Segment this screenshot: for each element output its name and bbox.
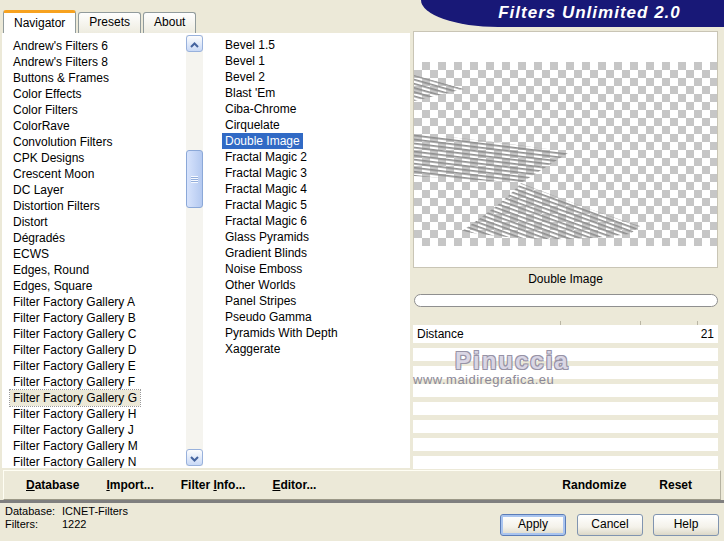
- cancel-button[interactable]: Cancel: [577, 514, 643, 536]
- scroll-down-icon: [190, 451, 199, 465]
- filter-item-label: Cirquelate: [222, 117, 283, 133]
- category-item-label: Color Filters: [10, 102, 81, 118]
- status-value: ICNET-Filters: [62, 505, 128, 518]
- toolbar-button[interactable]: Editor...: [272, 478, 316, 492]
- category-list: Andrew's Filters 6 Andrew's Filters 8 Bu…: [2, 38, 186, 468]
- filter-item-label: Bevel 1: [222, 53, 268, 69]
- category-item[interactable]: Filter Factory Gallery E: [2, 358, 186, 374]
- filter-item[interactable]: Bevel 1.5: [214, 37, 410, 53]
- empty-slider-row: [413, 348, 718, 361]
- category-item[interactable]: DC Layer: [2, 182, 186, 198]
- category-item-label: Crescent Moon: [10, 166, 97, 182]
- filter-item-label: Glass Pyramids: [222, 229, 312, 245]
- category-item[interactable]: Filter Factory Gallery M: [2, 438, 186, 454]
- category-item[interactable]: Filter Factory Gallery B: [2, 310, 186, 326]
- filter-item-label: Pyramids With Depth: [222, 325, 341, 341]
- tab-presets[interactable]: Presets: [78, 12, 141, 33]
- filter-item[interactable]: Bevel 1: [214, 53, 410, 69]
- category-scrollbar[interactable]: [186, 35, 203, 466]
- category-item-label: Filter Factory Gallery H: [10, 406, 139, 422]
- category-item[interactable]: Distortion Filters: [2, 198, 186, 214]
- empty-slider-row: [413, 366, 718, 379]
- distance-slider-value: 21: [701, 325, 718, 343]
- filter-item[interactable]: Fractal Magic 2: [214, 149, 410, 165]
- category-item[interactable]: Color Filters: [2, 102, 186, 118]
- scroll-up-button[interactable]: [186, 35, 203, 52]
- category-item[interactable]: Filter Factory Gallery C: [2, 326, 186, 342]
- filter-item[interactable]: Fractal Magic 3: [214, 165, 410, 181]
- filter-preview: [413, 31, 718, 268]
- category-item-label: ColorRave: [10, 118, 73, 134]
- category-item[interactable]: Convolution Filters: [2, 134, 186, 150]
- filter-item-label: Double Image: [222, 133, 303, 149]
- filter-item[interactable]: Pyramids With Depth: [214, 325, 410, 341]
- help-button[interactable]: Help: [653, 514, 719, 536]
- category-item[interactable]: Andrew's Filters 6: [2, 38, 186, 54]
- category-item[interactable]: Filter Factory Gallery H: [2, 406, 186, 422]
- empty-slider-row: [413, 420, 718, 433]
- apply-button[interactable]: Apply: [500, 514, 566, 536]
- category-item[interactable]: Filter Factory Gallery A: [2, 294, 186, 310]
- category-item[interactable]: ECWS: [2, 246, 186, 262]
- category-item[interactable]: Filter Factory Gallery J: [2, 422, 186, 438]
- filter-item[interactable]: Noise Emboss: [214, 261, 410, 277]
- app-title: Filters Unlimited 2.0: [498, 3, 681, 22]
- filter-item-label: Fractal Magic 5: [222, 197, 310, 213]
- empty-slider-row: [413, 402, 718, 415]
- toolbar-button[interactable]: Database: [26, 478, 79, 492]
- category-item-label: ECWS: [10, 246, 52, 262]
- category-item[interactable]: Filter Factory Gallery D: [2, 342, 186, 358]
- category-item[interactable]: Filter Factory Gallery F: [2, 374, 186, 390]
- filter-item[interactable]: Cirquelate: [214, 117, 410, 133]
- filter-item[interactable]: Pseudo Gamma: [214, 309, 410, 325]
- title-banner: Filters Unlimited 2.0: [421, 0, 724, 27]
- filter-item[interactable]: Other Worlds: [214, 277, 410, 293]
- category-item[interactable]: Distort: [2, 214, 186, 230]
- category-item[interactable]: Crescent Moon: [2, 166, 186, 182]
- category-item-label: Edges, Round: [10, 262, 92, 278]
- filter-item[interactable]: Bevel 2: [214, 69, 410, 85]
- category-item-label: Distort: [10, 214, 51, 230]
- scroll-down-button[interactable]: [186, 449, 203, 466]
- category-item[interactable]: Buttons & Frames: [2, 70, 186, 86]
- filter-item[interactable]: Gradient Blinds: [214, 245, 410, 261]
- toolbar-button[interactable]: Reset: [659, 478, 692, 492]
- tab-about[interactable]: About: [143, 12, 196, 33]
- filter-item[interactable]: Fractal Magic 5: [214, 197, 410, 213]
- category-item[interactable]: CPK Designs: [2, 150, 186, 166]
- category-item[interactable]: Filter Factory Gallery G: [2, 390, 186, 406]
- filter-item-label: Noise Emboss: [222, 261, 305, 277]
- toolbar-button[interactable]: Filter Info...: [181, 478, 246, 492]
- filter-item[interactable]: Panel Stripes: [214, 293, 410, 309]
- category-item[interactable]: Andrew's Filters 8: [2, 54, 186, 70]
- filter-item[interactable]: Ciba-Chrome: [214, 101, 410, 117]
- filter-item-label: Pseudo Gamma: [222, 309, 315, 325]
- category-item-label: Filter Factory Gallery A: [10, 294, 138, 310]
- filter-item[interactable]: Blast 'Em: [214, 85, 410, 101]
- toolbar-button[interactable]: Randomize: [562, 478, 626, 492]
- category-item[interactable]: Color Effects: [2, 86, 186, 102]
- category-item-label: DC Layer: [10, 182, 67, 198]
- toolbar-button[interactable]: Import...: [106, 478, 153, 492]
- distance-slider[interactable]: Distance 21: [413, 325, 718, 343]
- filter-list: Bevel 1.5 Bevel 1 Bevel 2 Blast 'Em Ciba…: [214, 37, 410, 357]
- filter-item-label: Panel Stripes: [222, 293, 299, 309]
- category-item[interactable]: Dégradés: [2, 230, 186, 246]
- filter-item[interactable]: Fractal Magic 6: [214, 213, 410, 229]
- preview-ribbon-graphic: [414, 62, 717, 246]
- filter-item[interactable]: Glass Pyramids: [214, 229, 410, 245]
- tab-navigator[interactable]: Navigator: [3, 10, 76, 33]
- scrollbar-thumb[interactable]: [186, 150, 203, 208]
- filter-item[interactable]: Double Image: [214, 133, 410, 149]
- category-item[interactable]: Edges, Round: [2, 262, 186, 278]
- filter-item[interactable]: Xaggerate: [214, 341, 410, 357]
- empty-slider-row: [413, 438, 718, 451]
- category-item[interactable]: ColorRave: [2, 118, 186, 134]
- filter-item[interactable]: Fractal Magic 4: [214, 181, 410, 197]
- selected-filter-name: Double Image: [413, 272, 718, 286]
- category-item[interactable]: Filter Factory Gallery N: [2, 454, 186, 468]
- category-item[interactable]: Edges, Square: [2, 278, 186, 294]
- status-row: Database: ICNET-Filters: [5, 505, 128, 518]
- toolbar-right-group: RandomizeReset: [562, 478, 720, 492]
- category-item-label: Filter Factory Gallery C: [10, 326, 139, 342]
